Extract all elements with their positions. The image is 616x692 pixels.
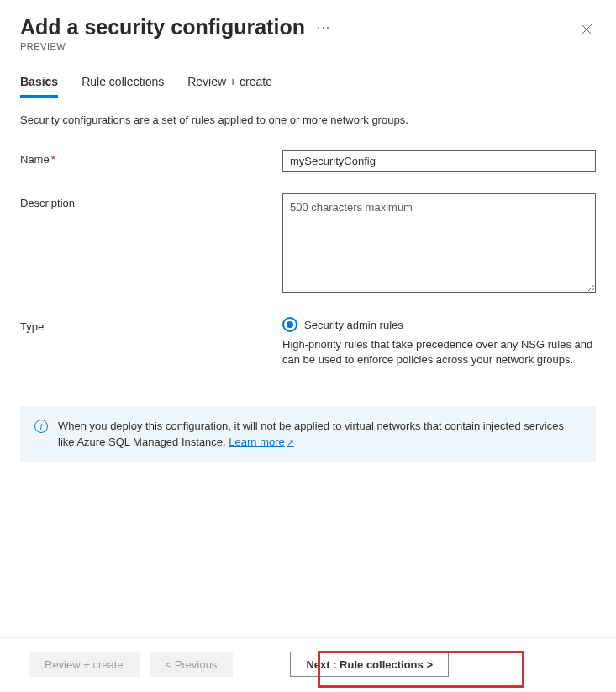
- tabs-container: Basics Rule collections Review + create: [20, 75, 596, 98]
- tab-review-create[interactable]: Review + create: [187, 75, 272, 98]
- security-admin-rules-radio[interactable]: [282, 317, 297, 332]
- description-text: Security configurations are a set of rul…: [20, 114, 596, 126]
- type-help-text: High-priority rules that take precedence…: [282, 337, 596, 367]
- more-icon[interactable]: ···: [317, 20, 330, 35]
- preview-label: PREVIEW: [20, 41, 330, 51]
- description-label: Description: [20, 193, 282, 209]
- type-label: Type: [20, 317, 282, 333]
- review-create-button[interactable]: Review + create: [29, 652, 140, 677]
- info-icon: i: [34, 420, 48, 433]
- next-button[interactable]: Next : Rule collections >: [290, 652, 449, 677]
- external-link-icon: ↗: [287, 437, 294, 447]
- name-label: Name*: [20, 150, 282, 166]
- learn-more-link[interactable]: Learn more↗: [229, 436, 293, 448]
- name-input[interactable]: [282, 150, 596, 172]
- tab-rule-collections[interactable]: Rule collections: [82, 75, 164, 98]
- footer: Review + create < Previous Next : Rule c…: [0, 637, 616, 692]
- info-box: i When you deploy this configuration, it…: [20, 406, 596, 462]
- close-icon[interactable]: [577, 20, 596, 42]
- info-text: When you deploy this configuration, it w…: [58, 419, 582, 449]
- panel-title: Add a security configuration: [20, 15, 305, 40]
- description-textarea[interactable]: [282, 193, 596, 293]
- previous-button[interactable]: < Previous: [150, 652, 234, 677]
- tab-basics[interactable]: Basics: [20, 75, 58, 98]
- radio-label: Security admin rules: [304, 319, 403, 331]
